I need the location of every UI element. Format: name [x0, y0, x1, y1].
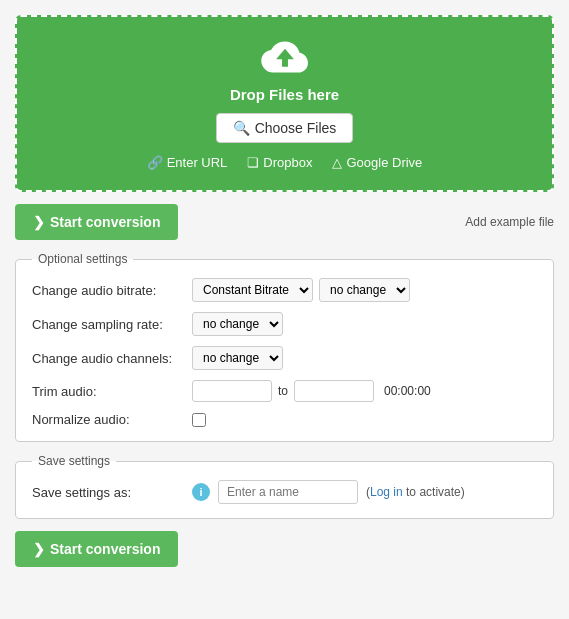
optional-settings-legend: Optional settings	[32, 252, 133, 266]
bitrate-label: Change audio bitrate:	[32, 283, 192, 298]
drop-zone[interactable]: Drop Files here 🔍 Choose Files 🔗 Enter U…	[15, 15, 554, 192]
bottom-start-conversion-button[interactable]: ❯ Start conversion	[15, 531, 178, 567]
save-settings-label: Save settings as:	[32, 485, 192, 500]
link-icon: 🔗	[147, 155, 163, 170]
bitrate-type-select[interactable]: Constant Bitrate Variable Bitrate	[192, 278, 313, 302]
choose-files-button[interactable]: 🔍 Choose Files	[216, 113, 354, 143]
trim-label: Trim audio:	[32, 384, 192, 399]
bottom-chevron-right-icon: ❯	[33, 541, 45, 557]
sampling-controls: no change 8000 Hz 11025 Hz 22050 Hz 4410…	[192, 312, 283, 336]
trim-row: Trim audio: to 00:00:00	[32, 380, 537, 402]
trim-controls: to 00:00:00	[192, 380, 431, 402]
enter-url-link[interactable]: 🔗 Enter URL	[147, 155, 228, 170]
google-drive-link[interactable]: △ Google Drive	[332, 155, 422, 170]
optional-settings-section: Optional settings Change audio bitrate: …	[15, 252, 554, 442]
save-settings-section: Save settings Save settings as: i (Log i…	[15, 454, 554, 519]
bitrate-controls: Constant Bitrate Variable Bitrate no cha…	[192, 278, 410, 302]
login-link[interactable]: Log in	[370, 485, 403, 499]
dropbox-link[interactable]: ❏ Dropbox	[247, 155, 312, 170]
sampling-label: Change sampling rate:	[32, 317, 192, 332]
normalize-row: Normalize audio:	[32, 412, 537, 427]
trim-end-input[interactable]	[294, 380, 374, 402]
channels-select[interactable]: no change Mono Stereo	[192, 346, 283, 370]
channels-controls: no change Mono Stereo	[192, 346, 283, 370]
bitrate-value-select[interactable]: no change 64k 128k 192k 256k 320k	[319, 278, 410, 302]
save-controls: i (Log in to activate)	[192, 480, 465, 504]
channels-row: Change audio channels: no change Mono St…	[32, 346, 537, 370]
trim-time-text: 00:00:00	[384, 384, 431, 398]
normalize-controls	[192, 413, 206, 427]
cloud-upload-icon	[261, 37, 309, 80]
trim-start-input[interactable]	[192, 380, 272, 402]
info-icon[interactable]: i	[192, 483, 210, 501]
trim-to-text: to	[278, 384, 288, 398]
normalize-checkbox[interactable]	[192, 413, 206, 427]
drop-files-text: Drop Files here	[32, 86, 537, 103]
sampling-row: Change sampling rate: no change 8000 Hz …	[32, 312, 537, 336]
google-drive-icon: △	[332, 155, 342, 170]
save-settings-legend: Save settings	[32, 454, 116, 468]
search-icon: 🔍	[233, 120, 250, 136]
save-name-input[interactable]	[218, 480, 358, 504]
bitrate-row: Change audio bitrate: Constant Bitrate V…	[32, 278, 537, 302]
top-start-conversion-button[interactable]: ❯ Start conversion	[15, 204, 178, 240]
dropbox-icon: ❏	[247, 155, 259, 170]
chevron-right-icon: ❯	[33, 214, 45, 230]
channels-label: Change audio channels:	[32, 351, 192, 366]
bottom-conversion-row: ❯ Start conversion	[15, 531, 554, 567]
sampling-select[interactable]: no change 8000 Hz 11025 Hz 22050 Hz 4410…	[192, 312, 283, 336]
add-example-file-link[interactable]: Add example file	[465, 215, 554, 229]
drop-links: 🔗 Enter URL ❏ Dropbox △ Google Drive	[32, 155, 537, 170]
login-note: (Log in to activate)	[366, 485, 465, 499]
normalize-label: Normalize audio:	[32, 412, 192, 427]
save-settings-row: Save settings as: i (Log in to activate)	[32, 480, 537, 504]
top-conversion-row: ❯ Start conversion Add example file	[15, 204, 554, 240]
